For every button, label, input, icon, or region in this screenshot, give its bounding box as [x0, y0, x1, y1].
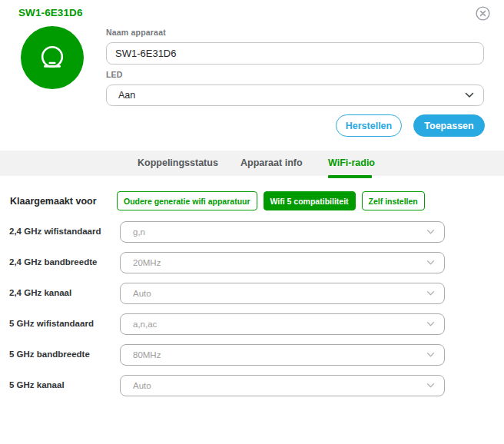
dropdown-value: g,n	[121, 227, 145, 237]
apply-button[interactable]: Toepassen	[413, 114, 485, 137]
active-tab-underline	[328, 175, 372, 178]
device-settings-dialog: SW1-6E31D6 Naam apparaat LED Aan Herstel…	[0, 0, 504, 444]
dropdown-value: 20MHz	[121, 258, 161, 267]
name-field-label: Naam apparaat	[106, 28, 166, 37]
dropdown-value: 80MHz	[121, 350, 161, 360]
dropdown-value: Auto	[121, 381, 151, 390]
chevron-down-icon	[465, 92, 474, 98]
tab-koppelingsstatus[interactable]: Koppelingsstatus	[138, 151, 218, 176]
led-field-label: LED	[106, 70, 123, 79]
tab-bar: Koppelingsstatus Apparaat info WiFi-radi…	[0, 151, 504, 176]
dropdown-value: a,n,ac	[121, 320, 157, 329]
setting-label-5ghz-wifistandaard: 5 GHz wifistandaard	[9, 319, 94, 328]
device-name-input[interactable]	[106, 42, 484, 65]
chevron-down-icon	[426, 260, 435, 266]
dropdown-5ghz-kanaal[interactable]: Auto	[120, 375, 445, 396]
setting-label-24ghz-wifistandaard: 2,4 GHz wifistandaard	[9, 227, 101, 236]
device-avatar	[21, 26, 84, 89]
tab-wifi-radio[interactable]: WiFi-radio	[328, 151, 375, 176]
chevron-down-icon	[426, 230, 435, 235]
setting-label-5ghz-kanaal: 5 GHz kanaal	[9, 380, 65, 389]
preset-chip-oudere-generatie[interactable]: Oudere generatie wifi apparatuur	[117, 191, 257, 210]
preset-chip-wifi5-compatibiliteit[interactable]: Wifi 5 compatibiliteit	[264, 191, 356, 210]
dropdown-24ghz-kanaal[interactable]: Auto	[120, 283, 445, 304]
page-title: SW1-6E31D6	[18, 7, 83, 18]
close-icon[interactable]	[476, 6, 490, 21]
setting-label-5ghz-bandbreedte: 5 GHz bandbreedte	[9, 350, 90, 359]
dropdown-24ghz-wifistandaard[interactable]: g,n	[120, 221, 445, 243]
tab-apparaat-info[interactable]: Apparaat info	[240, 151, 303, 176]
reset-button[interactable]: Herstellen	[336, 114, 402, 137]
chevron-down-icon	[426, 291, 435, 297]
dropdown-24ghz-bandbreedte[interactable]: 20MHz	[120, 252, 445, 273]
led-select[interactable]: Aan	[106, 84, 484, 106]
preset-chip-zelf-instellen[interactable]: Zelf instellen	[362, 191, 425, 210]
chevron-down-icon	[426, 383, 435, 389]
chevron-down-icon	[426, 353, 435, 358]
dropdown-5ghz-wifistandaard[interactable]: a,n,ac	[120, 313, 445, 335]
preset-chip-group: Oudere generatie wifi apparatuur Wifi 5 …	[117, 191, 425, 210]
setting-label-24ghz-kanaal: 2,4 GHz kanaal	[9, 288, 71, 297]
chevron-down-icon	[426, 322, 435, 327]
setting-label-24ghz-bandbreedte: 2,4 GHz bandbreedte	[9, 257, 97, 267]
dropdown-value: Auto	[121, 289, 151, 298]
wifi-booster-device-icon	[34, 39, 71, 76]
led-select-value: Aan	[107, 90, 135, 101]
presets-label: Klaargemaakt voor	[10, 196, 97, 207]
dropdown-5ghz-bandbreedte[interactable]: 80MHz	[120, 344, 445, 366]
